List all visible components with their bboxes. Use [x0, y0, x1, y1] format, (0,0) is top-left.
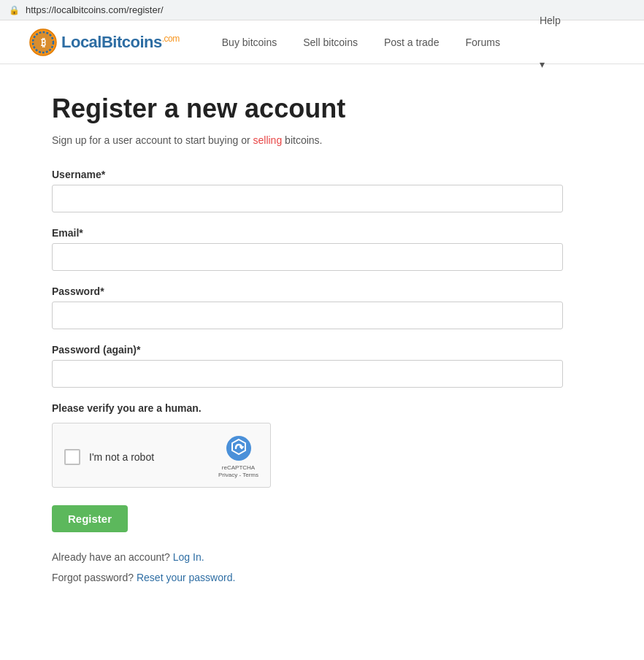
reset-password-link[interactable]: Reset your password. — [137, 572, 235, 583]
recaptcha-left: I'm not a robot — [64, 449, 154, 465]
recaptcha-logo-icon — [226, 435, 252, 461]
nav-link-help: Help — [526, 0, 574, 42]
logo-name: LocalBitcoins — [61, 33, 162, 51]
recaptcha-label: I'm not a robot — [89, 451, 154, 463]
page-subtitle: Sign up for a user account to start buyi… — [52, 133, 592, 148]
nav-help-item[interactable]: Help ▾ — [513, 0, 587, 86]
logo-com: .com — [162, 33, 180, 43]
main-content: Register a new account Sign up for a use… — [8, 64, 636, 617]
email-label: Email* — [52, 227, 592, 239]
nav-item-forums[interactable]: Forums — [452, 20, 513, 64]
nav-links: Buy bitcoins Sell bitcoins Post a trade … — [209, 0, 587, 86]
captcha-group: Please verify you are a human. I'm not a… — [52, 402, 592, 488]
svg-text:₿: ₿ — [41, 37, 46, 48]
email-group: Email* — [52, 227, 592, 271]
recaptcha-brand: reCAPTCHA — [222, 464, 255, 471]
subtitle-highlight: selling — [253, 134, 283, 146]
forgot-line: Forgot password? Reset your password. — [52, 567, 592, 588]
nav-item-sell[interactable]: Sell bitcoins — [290, 20, 371, 64]
username-group: Username* — [52, 169, 592, 212]
password-again-input[interactable] — [52, 360, 563, 388]
chevron-down-icon: ▾ — [526, 42, 574, 86]
password-again-label: Password (again)* — [52, 344, 592, 356]
nav-link-forums[interactable]: Forums — [452, 20, 513, 64]
username-label: Username* — [52, 169, 592, 180]
register-form: Username* Email* Password* Password (aga… — [52, 169, 592, 532]
have-account-text: Already have an account? — [52, 551, 170, 563]
nav-item-post[interactable]: Post a trade — [371, 20, 453, 64]
login-link[interactable]: Log In. — [173, 551, 204, 563]
recaptcha-box: I'm not a robot reCAPTCHA Privacy - — [52, 423, 271, 488]
page-title: Register a new account — [52, 93, 592, 124]
navbar: ₿ LocalBitcoins.com Buy bitcoins Sell bi… — [0, 20, 644, 64]
nav-item-help[interactable]: Help ▾ — [513, 0, 587, 86]
password-label: Password* — [52, 285, 592, 297]
register-button[interactable]: Register — [52, 505, 128, 532]
recaptcha-brand-text: reCAPTCHA Privacy - Terms — [218, 464, 258, 480]
email-input[interactable] — [52, 243, 563, 271]
lock-icon: 🔒 — [9, 5, 20, 15]
url-path: /register/ — [126, 4, 164, 15]
password-again-group: Password (again)* — [52, 344, 592, 388]
footer-links: Already have an account? Log In. Forgot … — [52, 547, 592, 588]
nav-link-sell[interactable]: Sell bitcoins — [290, 20, 371, 64]
recaptcha-checkbox[interactable] — [64, 449, 80, 465]
password-group: Password* — [52, 285, 592, 329]
login-line: Already have an account? Log In. — [52, 547, 592, 567]
logo-text: LocalBitcoins.com — [61, 33, 180, 52]
recaptcha-right: reCAPTCHA Privacy - Terms — [218, 435, 258, 480]
url-domain: localbitcoins.com — [54, 4, 126, 15]
logo-icon: ₿ — [29, 28, 57, 56]
forgot-text: Forgot password? — [52, 572, 134, 583]
username-input[interactable] — [52, 185, 563, 212]
captcha-section-label: Please verify you are a human. — [52, 402, 592, 414]
nav-link-post[interactable]: Post a trade — [371, 20, 453, 64]
url-prefix: https:// — [26, 4, 54, 15]
recaptcha-terms-link[interactable]: Terms — [242, 472, 258, 478]
logo-link[interactable]: ₿ LocalBitcoins.com — [29, 28, 180, 56]
nav-link-buy[interactable]: Buy bitcoins — [209, 20, 290, 64]
url-text: https://localbitcoins.com/register/ — [26, 4, 164, 15]
nav-item-buy[interactable]: Buy bitcoins — [209, 20, 290, 64]
recaptcha-privacy-link[interactable]: Privacy — [218, 472, 237, 478]
password-input[interactable] — [52, 302, 563, 329]
